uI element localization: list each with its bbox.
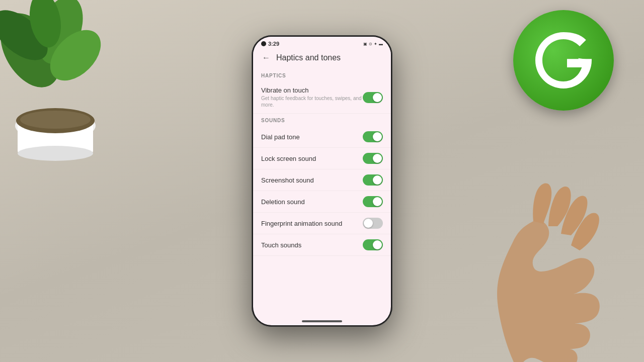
camera-indicator xyxy=(261,41,266,46)
back-button[interactable]: ← xyxy=(261,53,271,63)
setting-lock-text: Lock screen sound xyxy=(261,155,363,162)
setting-deletion-sound[interactable]: Deletion sound xyxy=(253,191,391,213)
section-label-sounds: SOUNDS xyxy=(253,114,391,126)
toggle-knob xyxy=(373,154,382,163)
svg-point-7 xyxy=(18,146,93,161)
toggle-touch-sounds[interactable] xyxy=(363,239,383,250)
toggle-knob xyxy=(373,197,382,206)
phone-body: 3:29 ▣ ⊙ ✦ ▬ ← Haptics and tones HAPTICS xyxy=(252,35,392,327)
setting-lock-screen-sound[interactable]: Lock screen sound xyxy=(253,148,391,169)
bluetooth-icon: ✦ xyxy=(374,42,377,46)
clock-time: 3:29 xyxy=(268,41,279,47)
toggle-vibrate-on-touch[interactable] xyxy=(363,92,383,103)
status-icons: ▣ ⊙ ✦ ▬ xyxy=(363,42,383,46)
setting-fingerprint-text: Fingerprint animation sound xyxy=(261,220,363,227)
section-label-haptics: HAPTICS xyxy=(253,69,391,81)
toggle-screenshot-sound[interactable] xyxy=(363,174,383,186)
wifi-icon: ⊙ xyxy=(369,42,372,46)
setting-vibrate-title: Vibrate on touch xyxy=(261,86,363,94)
setting-dial-pad-tone[interactable]: Dial pad tone xyxy=(253,126,391,148)
phone-device: 3:29 ▣ ⊙ ✦ ▬ ← Haptics and tones HAPTICS xyxy=(252,35,392,327)
setting-touch-title: Touch sounds xyxy=(261,241,363,249)
toggle-lock-screen-sound[interactable] xyxy=(363,153,383,164)
settings-content: HAPTICS Vibrate on touch Get haptic feed… xyxy=(253,69,391,316)
setting-vibrate-subtitle: Get haptic feedback for touches, swipes,… xyxy=(261,95,363,108)
setting-lock-title: Lock screen sound xyxy=(261,155,363,162)
toggle-knob xyxy=(373,240,382,249)
setting-screenshot-sound[interactable]: Screenshot sound xyxy=(253,169,391,191)
status-time-area: 3:29 xyxy=(261,41,279,47)
setting-fingerprint-sound[interactable]: Fingerprint animation sound xyxy=(253,213,391,234)
toggle-deletion-sound[interactable] xyxy=(363,196,383,207)
setting-touch-sounds[interactable]: Touch sounds xyxy=(253,234,391,256)
status-bar: 3:29 ▣ ⊙ ✦ ▬ xyxy=(253,37,391,49)
home-indicator[interactable] xyxy=(302,320,342,322)
app-header: ← Haptics and tones xyxy=(253,49,391,69)
setting-screenshot-title: Screenshot sound xyxy=(261,176,363,184)
setting-dial-title: Dial pad tone xyxy=(261,133,363,141)
battery-icon: ▬ xyxy=(379,42,383,46)
toggle-knob xyxy=(373,132,382,141)
svg-point-9 xyxy=(20,111,91,129)
toggle-fingerprint-sound[interactable] xyxy=(363,218,383,229)
toggle-knob xyxy=(373,93,382,102)
setting-vibrate-on-touch[interactable]: Vibrate on touch Get haptic feedback for… xyxy=(253,81,391,114)
toggle-knob xyxy=(364,219,373,228)
setting-vibrate-text: Vibrate on touch Get haptic feedback for… xyxy=(261,86,363,108)
signal-icon: ▣ xyxy=(363,42,367,46)
setting-screenshot-text: Screenshot sound xyxy=(261,176,363,184)
setting-deletion-text: Deletion sound xyxy=(261,198,363,206)
hand-decoration xyxy=(418,161,644,362)
setting-deletion-title: Deletion sound xyxy=(261,198,363,206)
page-title: Haptics and tones xyxy=(276,53,341,62)
green-logo xyxy=(513,10,614,111)
phone-screen: 3:29 ▣ ⊙ ✦ ▬ ← Haptics and tones HAPTICS xyxy=(253,37,391,325)
setting-touch-text: Touch sounds xyxy=(261,241,363,249)
setting-dial-text: Dial pad tone xyxy=(261,133,363,141)
toggle-dial-pad-tone[interactable] xyxy=(363,131,383,142)
toggle-knob xyxy=(373,175,382,185)
plant-decoration xyxy=(0,0,141,171)
setting-fingerprint-title: Fingerprint animation sound xyxy=(261,220,363,227)
